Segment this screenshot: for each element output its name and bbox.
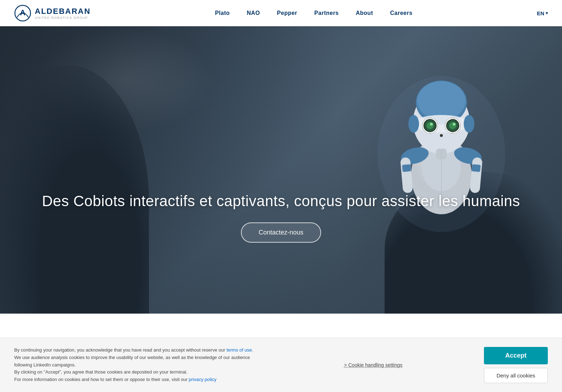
logo-text: ALDEBARAN UNITED ROBOTICS GROUP — [35, 7, 90, 20]
svg-point-15 — [449, 122, 456, 129]
svg-point-9 — [413, 115, 470, 133]
accept-cookies-button[interactable]: Accept — [484, 347, 548, 364]
nav-pepper[interactable]: Pepper — [277, 10, 297, 16]
deny-cookies-button[interactable]: Deny all cookies — [484, 368, 548, 383]
hero-content: Des Cobiots interactifs et captivants, c… — [0, 193, 562, 243]
svg-point-21 — [408, 115, 419, 133]
svg-point-14 — [426, 122, 434, 129]
logo-sub: UNITED ROBOTICS GROUP — [35, 16, 90, 20]
svg-point-16 — [430, 123, 433, 126]
svg-point-17 — [453, 123, 456, 126]
logo-icon: A — [14, 5, 31, 22]
logo-brand: ALDEBARAN — [35, 7, 90, 16]
lang-label: EN — [537, 10, 544, 16]
cookie-text-main: By continuing your navigation, you ackno… — [14, 347, 226, 353]
nav-about[interactable]: About — [356, 10, 373, 16]
svg-rect-28 — [472, 164, 481, 172]
language-selector[interactable]: EN ▾ — [537, 10, 548, 16]
chevron-down-icon: ▾ — [546, 11, 548, 16]
svg-rect-27 — [402, 164, 411, 172]
site-header: A ALDEBARAN UNITED ROBOTICS GROUP Plato … — [0, 0, 562, 26]
main-nav: Plato NAO Pepper Partners About Careers — [215, 10, 413, 16]
nav-careers[interactable]: Careers — [390, 10, 412, 16]
svg-point-8 — [417, 81, 465, 120]
nav-nao[interactable]: NAO — [247, 10, 260, 16]
svg-point-20 — [440, 134, 443, 137]
hero-title: Des Cobiots interactifs et captivants, c… — [0, 193, 562, 210]
cookie-buttons: Accept Deny all cookies — [484, 347, 548, 383]
terms-link[interactable]: terms of use — [226, 347, 252, 353]
svg-point-22 — [464, 115, 474, 133]
contact-button[interactable]: Contactez-nous — [241, 222, 321, 243]
logo[interactable]: A ALDEBARAN UNITED ROBOTICS GROUP — [14, 5, 90, 22]
nav-plato[interactable]: Plato — [215, 10, 230, 16]
hero-section: Des Cobiots interactifs et captivants, c… — [0, 26, 562, 314]
cookie-banner: By continuing your navigation, you ackno… — [0, 338, 562, 392]
privacy-link[interactable]: privacy policy — [189, 377, 216, 382]
nav-partners[interactable]: Partners — [314, 10, 339, 16]
cookie-text: By continuing your navigation, you ackno… — [14, 347, 263, 383]
cookie-settings-link[interactable]: > Cookie handling settings — [344, 362, 403, 368]
